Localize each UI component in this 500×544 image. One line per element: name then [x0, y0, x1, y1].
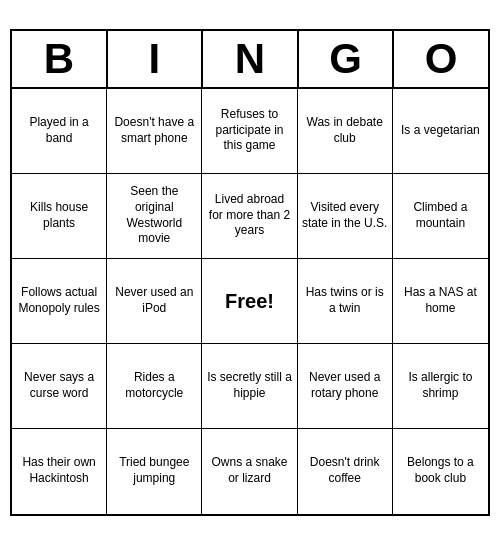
header-n: N	[203, 31, 299, 89]
cell-i4[interactable]: Rides a motorcycle	[107, 344, 202, 429]
cell-i3[interactable]: Never used an iPod	[107, 259, 202, 344]
cell-n4[interactable]: Is secretly still a hippie	[202, 344, 297, 429]
cell-g4[interactable]: Never used a rotary phone	[298, 344, 393, 429]
cell-b1[interactable]: Played in a band	[12, 89, 107, 174]
cell-o5[interactable]: Belongs to a book club	[393, 429, 488, 514]
cell-i2[interactable]: Seen the original Westworld movie	[107, 174, 202, 259]
cell-b2[interactable]: Kills house plants	[12, 174, 107, 259]
header-o: O	[394, 31, 488, 89]
cell-b4[interactable]: Never says a curse word	[12, 344, 107, 429]
bingo-header: B I N G O	[12, 31, 488, 89]
cell-g2[interactable]: Visited every state in the U.S.	[298, 174, 393, 259]
cell-b5[interactable]: Has their own Hackintosh	[12, 429, 107, 514]
header-i: I	[108, 31, 204, 89]
cell-o4[interactable]: Is allergic to shrimp	[393, 344, 488, 429]
bingo-card: B I N G O Played in a band Doesn't have …	[10, 29, 490, 516]
cell-i5[interactable]: Tried bungee jumping	[107, 429, 202, 514]
cell-n1[interactable]: Refuses to participate in this game	[202, 89, 297, 174]
cell-i1[interactable]: Doesn't have a smart phone	[107, 89, 202, 174]
cell-o1[interactable]: Is a vegetarian	[393, 89, 488, 174]
cell-g3[interactable]: Has twins or is a twin	[298, 259, 393, 344]
cell-n5[interactable]: Owns a snake or lizard	[202, 429, 297, 514]
header-g: G	[299, 31, 395, 89]
cell-o2[interactable]: Climbed a mountain	[393, 174, 488, 259]
bingo-grid: Played in a band Doesn't have a smart ph…	[12, 89, 488, 514]
cell-g1[interactable]: Was in debate club	[298, 89, 393, 174]
cell-n2[interactable]: Lived abroad for more than 2 years	[202, 174, 297, 259]
header-b: B	[12, 31, 108, 89]
cell-g5[interactable]: Doesn't drink coffee	[298, 429, 393, 514]
cell-o3[interactable]: Has a NAS at home	[393, 259, 488, 344]
cell-n3-free[interactable]: Free!	[202, 259, 297, 344]
cell-b3[interactable]: Follows actual Monopoly rules	[12, 259, 107, 344]
